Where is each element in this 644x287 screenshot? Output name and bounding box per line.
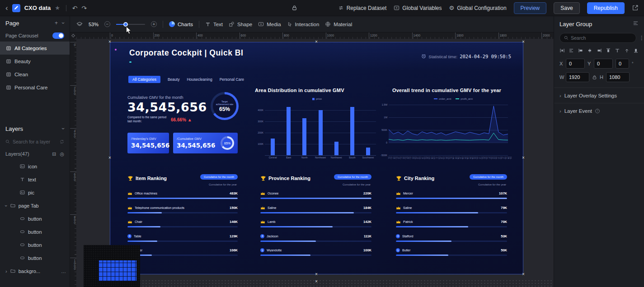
chevron-icon[interactable]: › <box>4 205 9 207</box>
distribute-horizontal-icon[interactable] <box>559 48 565 53</box>
chevron-down-icon[interactable]: › <box>60 22 66 24</box>
layer-item[interactable]: button <box>0 225 70 238</box>
layer-item[interactable]: pic <box>0 186 70 199</box>
back-button[interactable]: ‹ <box>5 4 8 12</box>
global-configuration-button[interactable]: ⚙ Global Configuration <box>449 5 507 11</box>
zoom-out-button[interactable]: − <box>104 21 110 27</box>
ruler-origin-icon[interactable] <box>70 32 76 39</box>
dashboard-tab[interactable]: All Categories <box>128 76 160 83</box>
menu-charts[interactable]: Charts <box>169 21 193 27</box>
resize-handle[interactable]: × <box>314 279 319 284</box>
resize-handle[interactable]: × <box>521 156 526 160</box>
x-axis-label: 05-06 <box>474 157 478 160</box>
ruler-tick-label: 1800 <box>498 32 507 39</box>
minimap[interactable] <box>84 245 140 287</box>
dashboard-tab[interactable]: Housecleaning <box>187 77 212 82</box>
menu-shape[interactable]: Shape <box>229 21 252 27</box>
resize-handle[interactable]: × <box>314 40 319 44</box>
crown-icon <box>396 220 401 224</box>
menu-text[interactable]: Text <box>205 22 223 27</box>
layer-event-section[interactable]: › Layer Event ? <box>554 103 644 118</box>
ranking-period-pill[interactable]: Cumulative for the month <box>470 174 507 180</box>
resize-handle[interactable]: × <box>108 156 112 160</box>
replace-dataset-button[interactable]: Replace Dataset <box>338 5 387 11</box>
canvas-viewport[interactable]: Corporate Cockpit | Quick BI Statistical… <box>76 39 554 287</box>
sidebar-item-category[interactable]: Clean <box>0 68 70 81</box>
resize-handle[interactable]: × <box>521 40 526 44</box>
decorative-dot <box>115 49 117 51</box>
panel-list-icon[interactable] <box>633 20 639 28</box>
dashboard-tab[interactable]: Beauty <box>168 77 179 82</box>
y-input[interactable] <box>594 59 613 69</box>
menu-media[interactable]: Media <box>258 21 281 27</box>
menu-material[interactable]: Material <box>325 21 352 27</box>
dashboard-artboard[interactable]: Corporate Cockpit | Quick BI Statistical… <box>110 42 523 274</box>
x-axis-label: Central <box>269 156 277 159</box>
layer-item[interactable]: button <box>0 251 70 264</box>
zoom-in-button[interactable]: + <box>151 21 157 27</box>
layer-item[interactable]: ›backgro...… <box>0 264 70 278</box>
global-variables-button[interactable]: Global Variables <box>394 5 442 11</box>
layer-overlay-settings-section[interactable]: › Layer Overlay Settings <box>554 88 644 103</box>
locate-layer-icon[interactable]: ◎ <box>60 151 64 157</box>
help-icon[interactable]: ? <box>595 109 600 113</box>
resize-handle[interactable]: × <box>521 272 526 277</box>
redo-icon[interactable]: ↷ <box>82 5 87 11</box>
resize-handle[interactable]: × <box>314 272 319 277</box>
layer-item[interactable]: button <box>0 212 70 225</box>
sidebar-item-category[interactable]: Personal Care <box>0 81 70 94</box>
height-input[interactable] <box>606 72 630 82</box>
kpi-card: /Cumulative GMV34,545,65665% <box>173 133 238 153</box>
page-carousel-toggle[interactable] <box>52 32 64 39</box>
lock-icon[interactable] <box>291 5 297 13</box>
favorite-star-icon[interactable]: ★ <box>55 5 60 11</box>
zoom-slider-knob[interactable] <box>123 22 128 27</box>
move-up-icon[interactable] <box>624 48 630 53</box>
ranking-period-pill[interactable]: Cumulative for the month <box>200 174 238 180</box>
text-align-icon[interactable] <box>615 48 620 53</box>
page-carousel-row: Page Carousel <box>0 30 70 42</box>
refresh-icon[interactable] <box>60 138 64 146</box>
zoom-slider[interactable] <box>116 24 145 25</box>
undo-icon[interactable]: ↶ <box>72 5 78 11</box>
trophy-icon <box>127 176 133 181</box>
dashboard-tab[interactable]: Personal Care <box>220 77 244 82</box>
align-justify-icon[interactable] <box>569 48 574 53</box>
layer-search-input[interactable] <box>13 139 57 144</box>
export-icon[interactable] <box>632 5 639 11</box>
align-right-icon[interactable] <box>597 48 602 53</box>
add-page-icon[interactable]: + <box>55 20 58 26</box>
align-bottom-icon[interactable] <box>633 48 639 53</box>
chevron-icon[interactable]: › <box>5 268 7 274</box>
collapse-all-icon[interactable]: ⊟ <box>52 151 56 157</box>
align-left-icon[interactable] <box>578 48 583 53</box>
preview-button[interactable]: Preview <box>514 2 547 14</box>
layers-count-label: Layers(47) <box>5 151 29 157</box>
layer-item[interactable]: button <box>0 238 70 251</box>
width-input[interactable] <box>566 72 589 82</box>
layer-event-label: Layer Event <box>564 108 592 114</box>
layer-item[interactable]: icon <box>0 160 70 173</box>
x-axis-label: 02-19 <box>421 157 426 160</box>
layer-item[interactable]: ›page Tab <box>0 199 70 212</box>
align-center-horizontal-icon[interactable] <box>587 48 592 53</box>
x-input[interactable] <box>566 59 585 69</box>
chevron-down-icon[interactable]: › <box>60 128 66 130</box>
aspect-lock-icon[interactable] <box>592 75 597 80</box>
align-top-icon[interactable] <box>606 48 611 53</box>
x-axis-label: Northwest <box>331 156 342 159</box>
ranking-period-pill[interactable]: Cumulative for the month <box>334 174 371 180</box>
layer-group-search[interactable] <box>559 33 636 43</box>
menu-interaction[interactable]: Interaction <box>287 22 320 27</box>
more-options-icon[interactable]: … <box>61 268 66 274</box>
republish-button[interactable]: Republish <box>587 2 625 14</box>
resize-handle[interactable]: × <box>108 40 112 44</box>
sidebar-item-category[interactable]: Beauty <box>0 55 70 68</box>
more-options-icon[interactable]: ⋮ <box>639 35 644 41</box>
layer-group-search-input[interactable] <box>571 35 632 41</box>
sidebar-item-category[interactable]: All Categories <box>0 42 70 55</box>
rotation-input[interactable] <box>616 59 629 69</box>
layers-panel-icon[interactable] <box>76 21 83 28</box>
save-button[interactable]: Save <box>554 2 579 14</box>
layer-item[interactable]: text <box>0 173 70 186</box>
